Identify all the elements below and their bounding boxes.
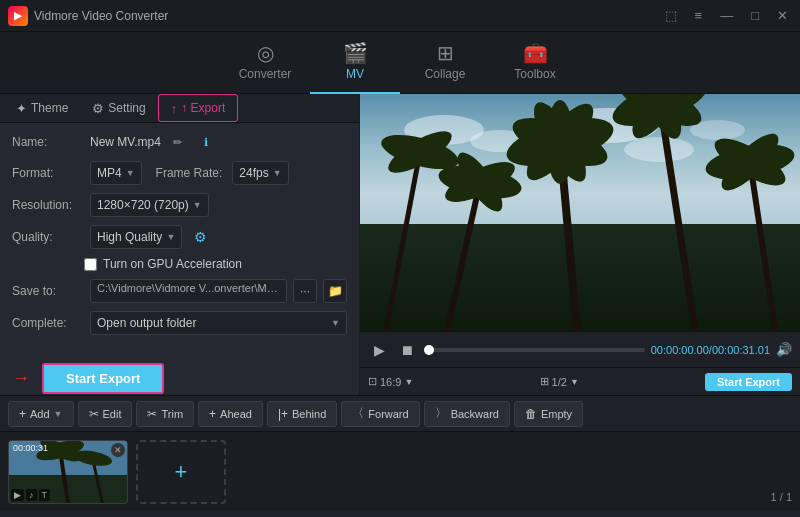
- arrow-right-icon: →: [12, 368, 30, 389]
- svg-line-11: [750, 162, 780, 331]
- ratio-icon: ⊡: [368, 375, 377, 388]
- start-export-button[interactable]: Start Export: [42, 363, 164, 394]
- frame-rate-select[interactable]: 24fps ▼: [232, 161, 288, 185]
- timeline-add-button[interactable]: +: [136, 440, 226, 504]
- complete-row: Complete: Open output folder ▼: [12, 311, 347, 335]
- empty-icon: 🗑: [525, 407, 537, 421]
- gpu-checkbox[interactable]: [84, 258, 97, 271]
- forward-button[interactable]: 〈 Forward: [341, 401, 419, 427]
- svg-line-6: [660, 102, 700, 331]
- setting-label: Setting: [108, 101, 145, 115]
- quality-label: Quality:: [12, 230, 84, 244]
- form-area: Name: New MV.mp4 ✏ ℹ Format: MP4 ▼ Frame…: [0, 123, 359, 351]
- trim-icon: ✂: [147, 407, 157, 421]
- zoom-icon: ⊞: [540, 375, 549, 388]
- forward-label: Forward: [368, 408, 408, 420]
- backward-button[interactable]: 〉 Backward: [424, 401, 510, 427]
- mv-icon: 🎬: [343, 43, 368, 63]
- ahead-icon: +: [209, 407, 216, 421]
- save-more-button[interactable]: ···: [293, 279, 317, 303]
- ahead-label: Ahead: [220, 408, 252, 420]
- export-icon: ↑: [171, 101, 178, 116]
- main-layout: ✦ Theme ⚙ Setting ↑ ↑ Export Name: New M…: [0, 94, 800, 395]
- complete-select[interactable]: Open output folder ▼: [90, 311, 347, 335]
- ratio-select[interactable]: ⊡ 16:9 ▼: [368, 375, 413, 388]
- add-icon: +: [19, 407, 26, 421]
- nav-tabs: ◎ Converter 🎬 MV ⊞ Collage 🧰 Toolbox: [0, 32, 800, 94]
- theme-button[interactable]: ✦ Theme: [4, 94, 80, 122]
- tab-toolbox-label: Toolbox: [514, 67, 555, 81]
- resolution-label: Resolution:: [12, 198, 84, 212]
- thumb-text-icon: T: [39, 489, 51, 501]
- complete-value: Open output folder: [97, 316, 196, 330]
- progress-dot: [424, 345, 434, 355]
- tab-collage-label: Collage: [425, 67, 466, 81]
- quality-gear-icon[interactable]: ⚙: [194, 229, 207, 245]
- titlebar-controls: ⬚ ≡ — □ ✕: [661, 6, 792, 25]
- tab-converter-label: Converter: [239, 67, 292, 81]
- time-display: 00:00:00.00/00:00:31.01: [651, 344, 770, 356]
- name-row: Name: New MV.mp4 ✏ ℹ: [12, 131, 347, 153]
- zoom-select[interactable]: ⊞ 1/2 ▼: [540, 375, 579, 388]
- info-icon[interactable]: ℹ: [195, 131, 217, 153]
- edit-icon: ✂: [89, 407, 99, 421]
- collage-icon: ⊞: [437, 43, 454, 63]
- thumb-play-icon: ▶: [11, 489, 24, 501]
- tab-mv[interactable]: 🎬 MV: [310, 32, 400, 94]
- tab-converter[interactable]: ◎ Converter: [220, 32, 310, 94]
- bottom-toolbar: + Add ▼ ✂ Edit ✂ Trim + Ahead |+ Behind …: [0, 395, 800, 431]
- save-row: Save to: C:\Vidmore\Vidmore V...onverter…: [12, 279, 347, 303]
- backward-icon: 〉: [435, 405, 447, 422]
- format-row: Format: MP4 ▼ Frame Rate: 24fps ▼: [12, 161, 347, 185]
- ratio-arrow-icon: ▼: [404, 377, 413, 387]
- stop-button[interactable]: ⏹: [396, 339, 418, 361]
- save-label: Save to:: [12, 284, 84, 298]
- name-value: New MV.mp4: [90, 135, 161, 149]
- thumb-close-button[interactable]: ✕: [111, 443, 125, 457]
- thumb-music-icon: ♪: [26, 489, 37, 501]
- export-button[interactable]: ↑ ↑ Export: [158, 94, 239, 122]
- behind-button[interactable]: |+ Behind: [267, 401, 337, 427]
- add-label: Add: [30, 408, 50, 420]
- setting-button[interactable]: ⚙ Setting: [80, 94, 157, 122]
- app-icon: ▶: [8, 6, 28, 26]
- edit-button[interactable]: ✂ Edit: [78, 401, 133, 427]
- maximize-button[interactable]: □: [747, 6, 763, 25]
- play-button[interactable]: ▶: [368, 339, 390, 361]
- empty-button[interactable]: 🗑 Empty: [514, 401, 583, 427]
- tab-collage[interactable]: ⊞ Collage: [400, 32, 490, 94]
- empty-label: Empty: [541, 408, 572, 420]
- edit-name-icon[interactable]: ✏: [167, 131, 189, 153]
- chat-button[interactable]: ⬚: [661, 6, 681, 25]
- volume-icon[interactable]: 🔊: [776, 342, 792, 357]
- format-select[interactable]: MP4 ▼: [90, 161, 142, 185]
- format-value: MP4: [97, 166, 122, 180]
- frame-rate-value: 24fps: [239, 166, 268, 180]
- video-controls-2: ⊡ 16:9 ▼ ⊞ 1/2 ▼ Start Export: [360, 367, 800, 395]
- zoom-value: 1/2: [552, 376, 567, 388]
- sub-nav: ✦ Theme ⚙ Setting ↑ ↑ Export: [0, 94, 359, 123]
- format-label: Format:: [12, 166, 84, 180]
- add-button[interactable]: + Add ▼: [8, 401, 74, 427]
- close-button[interactable]: ✕: [773, 6, 792, 25]
- menu-button[interactable]: ≡: [691, 6, 707, 25]
- ratio-value: 16:9: [380, 376, 401, 388]
- svg-line-15: [440, 182, 480, 331]
- minimize-button[interactable]: —: [716, 6, 737, 25]
- start-export-small-button[interactable]: Start Export: [705, 373, 792, 391]
- resolution-arrow-icon: ▼: [193, 200, 202, 210]
- save-folder-button[interactable]: 📁: [323, 279, 347, 303]
- zoom-arrow-icon: ▼: [570, 377, 579, 387]
- trim-button[interactable]: ✂ Trim: [136, 401, 194, 427]
- ahead-button[interactable]: + Ahead: [198, 401, 263, 427]
- converter-icon: ◎: [257, 43, 274, 63]
- resolution-select[interactable]: 1280×720 (720p) ▼: [90, 193, 209, 217]
- behind-icon: |+: [278, 407, 288, 421]
- progress-bar[interactable]: [424, 348, 645, 352]
- timeline-area: 00:00:31 ✕ ▶ ♪ T + 1 / 1: [0, 431, 800, 511]
- resolution-row: Resolution: 1280×720 (720p) ▼: [12, 193, 347, 217]
- titlebar: ▶ Vidmore Video Converter ⬚ ≡ — □ ✕: [0, 0, 800, 32]
- tab-toolbox[interactable]: 🧰 Toolbox: [490, 32, 580, 94]
- quality-select[interactable]: High Quality ▼: [90, 225, 182, 249]
- titlebar-title: Vidmore Video Converter: [34, 9, 168, 23]
